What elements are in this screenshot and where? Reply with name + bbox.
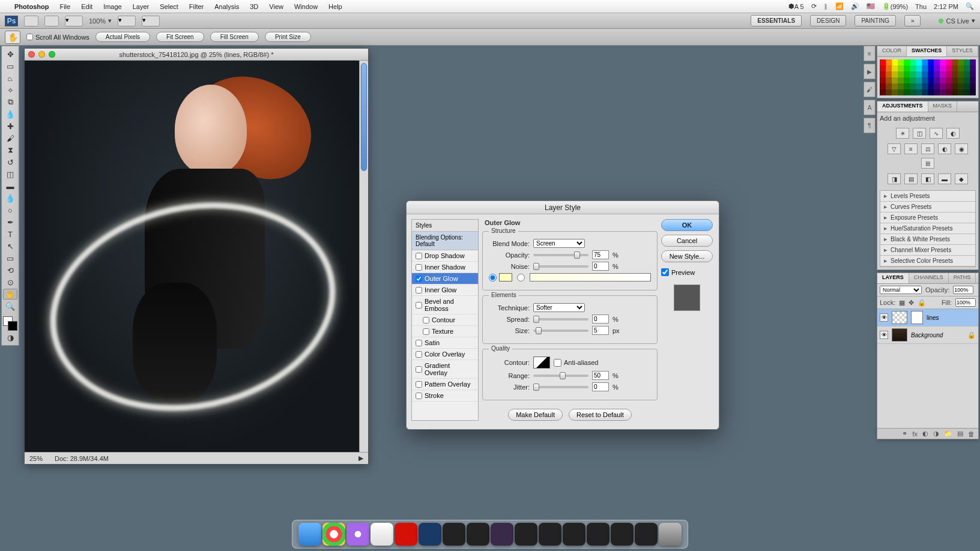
menu-help[interactable]: Help [328,3,342,10]
tab-paths[interactable]: PATHS [949,273,976,283]
adj-icon[interactable]: ◑ [933,430,939,438]
preset-exposure[interactable]: Exposure Presets [880,212,975,223]
preset-curves[interactable]: Curves Presets [880,202,975,212]
fx-icon[interactable]: fx [912,430,918,438]
brush-tool[interactable]: 🖌 [3,133,17,143]
style-inner-glow[interactable]: Inner Glow [412,285,478,296]
contour-picker[interactable] [533,357,550,369]
curves-icon[interactable]: ∿ [930,128,943,139]
brightness-icon[interactable]: ☀ [896,128,909,139]
tab-layers[interactable]: LAYERS [877,273,909,283]
selective-icon[interactable]: ◆ [955,173,968,184]
style-stroke[interactable]: Stroke [412,390,478,402]
gradmap-icon[interactable]: ▬ [938,173,951,184]
eraser-tool[interactable]: ◫ [3,169,17,179]
fill-field[interactable] [955,298,976,307]
menu-window[interactable]: Window [294,3,318,10]
workspace-painting[interactable]: PAINTING [854,15,895,26]
dodge-tool[interactable]: ○ [3,205,17,215]
view-extras-button[interactable]: ▾ [65,16,83,26]
lock-position-icon[interactable]: ✥ [909,299,914,307]
bluetooth-icon[interactable]: ᛒ [824,3,828,10]
crop-tool[interactable]: ⧉ [3,97,17,107]
workspace-design[interactable]: DESIGN [810,15,846,26]
zoom-dropdown[interactable]: 100% ▾ [89,17,112,25]
menu-view[interactable]: View [269,3,283,10]
spread-field[interactable] [592,315,609,324]
heal-tool[interactable]: ✚ [3,121,17,131]
preset-levels[interactable]: Levels Presets [880,191,975,202]
menu-image[interactable]: Image [103,3,122,10]
style-gradient-overlay[interactable]: Gradient Overlay [412,360,478,379]
pen-tool[interactable]: ✒ [3,217,17,227]
flag-icon[interactable]: 🇺🇸 [867,2,875,10]
brush-panel-icon[interactable]: 🖌 [864,82,876,97]
new-style-button[interactable]: New Style... [661,250,713,262]
layer-row-lines[interactable]: 👁 lines [877,309,978,327]
posterize-icon[interactable]: ▤ [904,173,918,184]
threshold-icon[interactable]: ◧ [921,173,934,184]
new-layer-icon[interactable]: ▤ [957,430,963,438]
preview-checkbox[interactable]: Preview [661,268,713,276]
technique-select[interactable]: Softer [533,303,585,312]
style-contour[interactable]: Contour [412,315,478,326]
dock-app-icon[interactable] [467,523,489,546]
visibility-icon[interactable]: 👁 [880,331,888,339]
dock-app-icon[interactable] [611,523,634,546]
path-tool[interactable]: ↖ [3,241,17,251]
trash-icon[interactable]: 🗑 [968,430,975,438]
blend-mode-select[interactable]: Screen [533,239,585,248]
color-swatches[interactable] [3,316,17,331]
style-texture[interactable]: Texture [412,326,478,337]
menu-layer[interactable]: Layer [133,3,150,10]
levels-icon[interactable]: ◫ [913,128,926,139]
dialog-title[interactable]: Layer Style [407,201,719,214]
exposure-icon[interactable]: ◐ [946,128,960,139]
quickmask-button[interactable]: ◑ [3,332,17,343]
style-bevel[interactable]: Bevel and Emboss [412,296,478,315]
clock-time[interactable]: 2:12 PM [934,3,958,10]
range-slider[interactable] [533,375,588,377]
lock-all-icon[interactable]: 🔒 [918,299,926,307]
tab-adjustments[interactable]: ADJUSTMENTS [877,101,928,112]
battery-icon[interactable]: 🔋 (99%) [882,2,908,10]
char-panel-icon[interactable]: A [864,100,876,115]
actual-pixels-button[interactable]: Actual Pixels [95,32,150,42]
photo-filter-icon[interactable]: ◉ [955,143,968,154]
document-titlebar[interactable]: shutterstock_75418120.jpg @ 25% (lines, … [25,49,368,61]
tab-swatches[interactable]: SWATCHES [907,46,947,56]
eyedropper-tool[interactable]: 💧 [3,109,17,119]
spread-slider[interactable] [533,318,588,321]
style-inner-shadow[interactable]: Inner Shadow [412,262,478,273]
lock-pixels-icon[interactable]: ▦ [899,299,905,307]
dock-app-icon[interactable] [563,523,585,546]
para-panel-icon[interactable]: ¶ [864,118,876,133]
menu-edit[interactable]: Edit [81,3,92,10]
fit-screen-button[interactable]: Fit Screen [156,32,204,42]
zoom-readout[interactable]: 25% [29,455,43,462]
opacity-field[interactable] [592,250,609,259]
blend-mode-select[interactable]: Normal [880,286,922,294]
fill-screen-button[interactable]: Fill Screen [210,32,259,42]
vertical-scrollbar[interactable] [359,61,368,452]
sync-icon[interactable]: ⟳ [811,2,817,10]
preset-selective[interactable]: Selective Color Presets [880,256,975,266]
cancel-button[interactable]: Cancel [661,235,713,247]
menu-3d[interactable]: 3D [250,3,258,10]
mask-icon[interactable]: ◐ [922,430,928,438]
dock-app-icon[interactable] [443,523,465,546]
size-slider[interactable] [533,330,588,332]
layer-row-background[interactable]: 👁 Background 🔒 [877,327,978,344]
menu-file[interactable]: File [59,3,70,10]
wand-tool[interactable]: ✧ [3,85,17,95]
dock-app-icon[interactable] [515,523,537,546]
preset-mixer[interactable]: Channel Mixer Presets [880,245,975,256]
history-brush-tool[interactable]: ↺ [3,157,17,167]
actions-panel-icon[interactable]: ▶ [864,64,876,79]
menu-analysis[interactable]: Analysis [214,3,239,10]
style-satin[interactable]: Satin [412,337,478,349]
reset-default-button[interactable]: Reset to Default [569,409,632,421]
visibility-icon[interactable]: 👁 [880,313,888,322]
vibrance-icon[interactable]: ▽ [888,143,901,154]
preset-bw[interactable]: Black & White Presets [880,234,975,245]
